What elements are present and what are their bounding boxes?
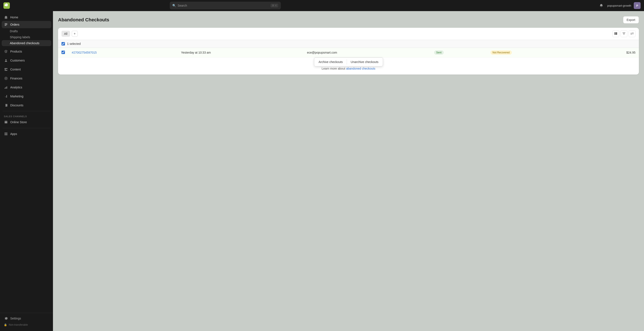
sidebar-item-customers[interactable]: Customers: [2, 57, 51, 64]
user-avatar[interactable]: P: [634, 2, 640, 9]
svg-rect-14: [5, 134, 6, 135]
sidebar-item-online-store[interactable]: Online Store: [2, 118, 51, 126]
sidebar-subitem-abandoned-checkouts[interactable]: Abandoned checkouts: [2, 40, 51, 46]
sales-channels-label: Sales channels: [2, 114, 51, 118]
app-layout: Home Orders Drafts Shipping labels Aband…: [0, 11, 644, 331]
shopify-logo: [4, 2, 10, 9]
svg-rect-10: [6, 87, 6, 88]
sidebar-item-content[interactable]: Content: [2, 66, 51, 73]
sidebar-discounts-label: Discounts: [10, 104, 23, 107]
orders-icon: [4, 22, 8, 27]
sort-button[interactable]: [629, 30, 636, 37]
checkout-email-cell: ece@popupsmart.com: [304, 48, 431, 57]
table-card: All +: [58, 28, 639, 74]
sidebar-marketing-label: Marketing: [10, 94, 23, 98]
svg-rect-9: [5, 88, 5, 89]
selection-count: 1 selected: [67, 42, 81, 46]
checkout-date: Yesterday at 10:33 am: [181, 51, 211, 54]
plus-icon: +: [74, 32, 76, 36]
analytics-icon: [4, 85, 8, 90]
checkout-recovery-status-cell: Not Recovered: [487, 48, 584, 57]
search-shortcut: ⌘ K: [270, 4, 278, 8]
sidebar-apps-label: Apps: [10, 132, 17, 136]
checkout-date-cell: Yesterday at 10:33 am: [178, 48, 304, 57]
sidebar-analytics-label: Analytics: [10, 86, 22, 89]
sidebar-item-products[interactable]: Products: [2, 48, 51, 55]
svg-rect-13: [6, 132, 7, 134]
select-all-checkbox[interactable]: [62, 42, 65, 46]
sidebar-item-apps[interactable]: Apps: [2, 130, 51, 138]
export-button[interactable]: Export: [623, 16, 639, 24]
view-columns-button[interactable]: [612, 30, 619, 37]
checkout-email-status-cell: Sent: [431, 48, 487, 57]
user-name-label: popupsmart-growth: [607, 4, 631, 7]
svg-rect-17: [616, 32, 617, 35]
search-icon: 🔍: [172, 4, 176, 7]
sidebar-customers-label: Customers: [10, 59, 25, 62]
non-transferable-item[interactable]: 🔒 Non-transferable: [2, 322, 51, 328]
filter-icon: [622, 32, 626, 36]
checkout-email: ece@popupsmart.com: [307, 51, 337, 54]
svg-rect-6: [6, 68, 7, 69]
sidebar-item-orders[interactable]: Orders: [2, 21, 51, 28]
filter-button[interactable]: [620, 30, 627, 37]
archive-checkouts-button[interactable]: Archive checkouts: [315, 58, 346, 65]
sidebar-item-home[interactable]: Home: [2, 14, 51, 21]
svg-rect-11: [6, 86, 7, 89]
discounts-icon: [4, 103, 8, 108]
finances-icon: [4, 76, 8, 80]
settings-icon: [4, 316, 8, 320]
sidebar-item-analytics[interactable]: Analytics: [2, 84, 51, 91]
page-header: Abandoned Checkouts Export: [58, 16, 639, 24]
sidebar-subitem-shipping-labels[interactable]: Shipping labels: [2, 34, 51, 40]
bulk-actions-popover: Archive checkouts Unarchive checkouts: [314, 58, 383, 66]
sidebar-home-label: Home: [10, 16, 18, 19]
content-icon: [4, 67, 8, 72]
sidebar-subitem-drafts[interactable]: Drafts: [2, 28, 51, 34]
customers-icon: [4, 58, 8, 62]
page-title: Abandoned Checkouts: [58, 17, 109, 23]
table-body-wrapper: #27002754597015 Yesterday at 10:33 am ec…: [58, 48, 639, 62]
columns-icon: [614, 32, 618, 36]
online-store-icon: [4, 120, 8, 124]
marketing-icon: [4, 94, 8, 98]
tab-all[interactable]: All: [62, 31, 70, 37]
svg-point-4: [5, 59, 6, 60]
topbar: 🔍 Search ⌘ K popupsmart-growth P: [0, 0, 644, 11]
bulk-action-divider: [346, 59, 347, 64]
checkouts-table: #27002754597015 Yesterday at 10:33 am ec…: [58, 48, 639, 57]
main-content: Abandoned Checkouts Export All +: [53, 11, 644, 331]
svg-rect-12: [5, 132, 6, 134]
sidebar-item-settings[interactable]: Settings: [2, 315, 51, 322]
abandoned-checkouts-link[interactable]: abandoned checkouts: [346, 67, 376, 70]
sidebar-item-discounts[interactable]: Discounts: [2, 102, 51, 109]
apps-icon: [4, 132, 8, 136]
sidebar-orders-label: Orders: [10, 23, 20, 26]
checkout-id-cell: #27002754597015: [68, 48, 178, 57]
checkout-total: $24.95: [626, 51, 636, 54]
add-filter-button[interactable]: +: [72, 31, 78, 37]
recovery-status-badge: Not Recovered: [490, 50, 512, 55]
svg-rect-1: [5, 24, 8, 24]
learn-more-text: Learn more about: [322, 67, 346, 70]
svg-rect-16: [614, 32, 616, 35]
email-status-badge: Sent: [434, 50, 444, 55]
unarchive-checkouts-button[interactable]: Unarchive checkouts: [347, 58, 382, 65]
sidebar-content-label: Content: [10, 68, 21, 71]
sidebar-item-finances[interactable]: Finances: [2, 75, 51, 82]
svg-rect-15: [6, 134, 7, 135]
lock-icon: 🔒: [4, 323, 7, 326]
sidebar-online-store-label: Online Store: [10, 120, 27, 124]
sidebar-settings-label: Settings: [10, 317, 21, 320]
non-transferable-label: Non-transferable: [9, 323, 28, 326]
row-checkbox[interactable]: [62, 50, 65, 54]
table-toolbar: All +: [58, 28, 639, 40]
notification-icon-btn[interactable]: [598, 2, 605, 9]
sidebar-item-marketing[interactable]: Marketing: [2, 93, 51, 100]
table-row: #27002754597015 Yesterday at 10:33 am ec…: [58, 48, 639, 57]
checkout-id-link[interactable]: #27002754597015: [72, 51, 97, 54]
bell-icon: [599, 4, 603, 8]
checkout-total-cell: $24.95: [584, 48, 639, 57]
selection-bar: 1 selected: [58, 40, 639, 48]
search-bar[interactable]: 🔍 Search ⌘ K: [170, 2, 281, 10]
